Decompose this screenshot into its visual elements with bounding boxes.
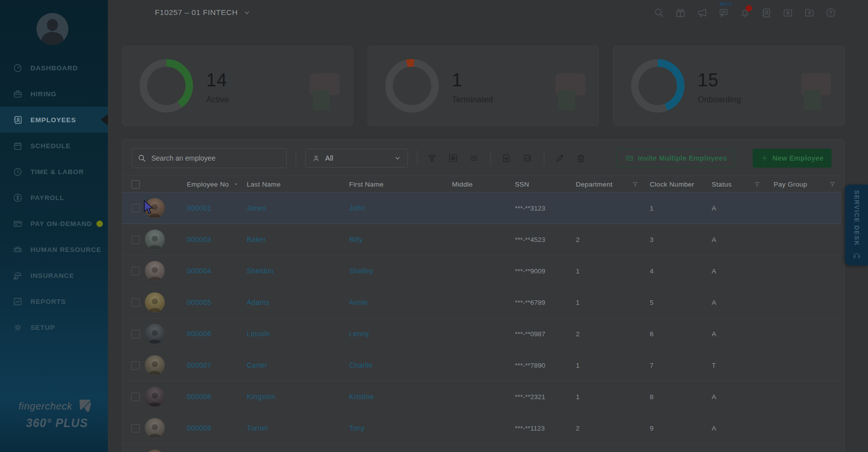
grid-settings-icon[interactable]: [447, 153, 458, 164]
column-header-first-name[interactable]: First Name: [343, 176, 450, 193]
xls-export-icon[interactable]: XLS: [522, 153, 533, 164]
column-header-clock-number[interactable]: Clock Number: [645, 176, 705, 193]
first-name-cell[interactable]: Billy: [343, 224, 450, 255]
megaphone-icon[interactable]: [696, 7, 708, 18]
search-icon[interactable]: [653, 7, 665, 18]
sidebar-item-setup[interactable]: SETUP: [0, 314, 108, 340]
first-name-cell[interactable]: Tony: [343, 413, 450, 444]
column-header-ssn[interactable]: SSN: [505, 176, 570, 193]
employee-no-cell[interactable]: 000005: [180, 287, 240, 318]
employee-avatar[interactable]: [145, 198, 165, 218]
employee-no-cell[interactable]: 000009: [180, 413, 240, 444]
chat-icon[interactable]: BETA: [718, 7, 729, 18]
new-employee-button[interactable]: New Employee: [753, 149, 832, 168]
table-row-000001[interactable]: 000001 Jones John ***-**3123 1 A: [122, 193, 841, 224]
company-selector[interactable]: F10257 – 01 FINTECH: [155, 8, 251, 17]
employee-avatar[interactable]: [145, 418, 165, 438]
sidebar-item-human-resource[interactable]: HUMAN RESOURCE: [0, 236, 108, 262]
help-icon[interactable]: [825, 7, 837, 18]
user-avatar[interactable]: [36, 13, 68, 45]
table-row-000010[interactable]: 000010 Rogers Rebecca ***-**2211 2 10 A: [122, 444, 841, 452]
employee-avatar[interactable]: [145, 229, 165, 249]
first-name-cell[interactable]: Rebecca: [343, 444, 450, 452]
status-filter-dropdown[interactable]: All: [305, 149, 408, 168]
service-desk-tab[interactable]: SERVICE DESK: [845, 185, 868, 265]
employee-no-cell[interactable]: 000004: [180, 255, 240, 287]
first-name-cell[interactable]: Shelley: [343, 255, 450, 287]
column-header-last-name[interactable]: Last Name: [240, 176, 343, 193]
column-header-middle[interactable]: Middle: [450, 176, 505, 193]
sidebar-item-pay-on-demand[interactable]: PAY ON-DEMAND: [0, 211, 108, 236]
funnel-icon[interactable]: [427, 153, 437, 164]
row-checkbox[interactable]: [131, 235, 140, 244]
employee-avatar[interactable]: [145, 450, 165, 452]
employee-no-cell[interactable]: 000010: [180, 444, 240, 452]
row-checkbox[interactable]: [131, 298, 140, 307]
last-name-cell[interactable]: Lincoln: [240, 318, 343, 350]
employee-no-cell[interactable]: 000006: [180, 318, 240, 350]
folder-upload-icon[interactable]: [804, 7, 815, 18]
table-row-000009[interactable]: 000009 Turner Tony ***-**1123 2 9 A: [122, 413, 841, 444]
employee-no-cell[interactable]: 000007: [180, 350, 240, 381]
sort-caret-icon[interactable]: [233, 181, 239, 188]
table-row-000005[interactable]: 000005 Adams Annie ***-**6789 1 5 A: [122, 287, 841, 318]
column-header-status[interactable]: Status: [705, 176, 765, 193]
employee-no-cell[interactable]: 000008: [180, 381, 240, 413]
row-checkbox[interactable]: [131, 424, 140, 433]
column-header-department[interactable]: Department: [570, 176, 645, 193]
last-name-cell[interactable]: Sheldon: [240, 255, 343, 287]
first-name-cell[interactable]: Annie: [343, 287, 450, 318]
row-checkbox[interactable]: [131, 361, 140, 370]
sidebar-item-hiring[interactable]: HIRING: [0, 81, 108, 107]
employee-avatar[interactable]: [145, 324, 165, 344]
row-checkbox[interactable]: [131, 393, 140, 401]
file-upload-icon[interactable]: [501, 153, 512, 164]
select-all-checkbox[interactable]: [131, 180, 140, 189]
last-name-cell[interactable]: Baker: [240, 224, 343, 255]
first-name-cell[interactable]: Lenny: [343, 318, 450, 350]
column-filter-icon[interactable]: [632, 181, 639, 188]
sidebar-item-reports[interactable]: REPORTS: [0, 288, 108, 314]
column-filter-icon[interactable]: [754, 181, 761, 188]
table-row-000004[interactable]: 000004 Sheldon Shelley ***-**9009 1 4 A: [122, 255, 841, 287]
contacts-icon[interactable]: [761, 7, 772, 18]
invite-multiple-employees-button[interactable]: Invite Multiple Employees: [616, 149, 735, 168]
employee-avatar[interactable]: [145, 355, 165, 375]
last-name-cell[interactable]: Adams: [240, 287, 343, 318]
sidebar-item-time-labor[interactable]: TIME & LABOR: [0, 159, 108, 185]
sidebar-item-dashboard[interactable]: DASHBOARD: [0, 55, 108, 81]
last-name-cell[interactable]: Jones: [240, 193, 343, 224]
last-name-cell[interactable]: Carter: [240, 350, 343, 381]
employee-no-cell[interactable]: 000001: [180, 193, 240, 224]
trash-icon[interactable]: [575, 153, 586, 164]
first-name-cell[interactable]: Kristine: [343, 381, 450, 413]
first-name-cell[interactable]: Charlie: [343, 350, 450, 381]
row-checkbox[interactable]: [131, 204, 140, 213]
gift-icon[interactable]: [675, 7, 686, 18]
employee-avatar[interactable]: [145, 261, 165, 281]
last-name-cell[interactable]: Kingston: [240, 381, 343, 413]
last-name-cell[interactable]: Rogers: [240, 444, 343, 452]
row-checkbox[interactable]: [131, 330, 140, 338]
menu-icon[interactable]: [468, 153, 479, 164]
video-icon[interactable]: [782, 7, 794, 18]
first-name-cell[interactable]: John: [343, 193, 450, 224]
last-name-cell[interactable]: Turner: [240, 413, 343, 444]
table-row-000008[interactable]: 000008 Kingston Kristine ***-**2321 1 8 …: [122, 381, 841, 413]
employee-no-cell[interactable]: 000003: [180, 224, 240, 255]
table-row-000003[interactable]: 000003 Baker Billy ***-**4523 2 3 A: [122, 224, 841, 255]
sidebar-item-insurance[interactable]: INSURANCE: [0, 262, 108, 288]
column-header-pay-group[interactable]: Pay Group: [765, 176, 841, 193]
sidebar-item-schedule[interactable]: SCHEDULE: [0, 133, 108, 159]
search-input[interactable]: [150, 154, 281, 163]
table-row-000006[interactable]: 000006 Lincoln Lenny ***-**0987 2 6 A: [122, 318, 841, 350]
column-filter-icon[interactable]: [829, 181, 836, 188]
sidebar-item-payroll[interactable]: PAYROLL: [0, 185, 108, 211]
table-row-000007[interactable]: 000007 Carter Charlie ***-**7890 1 7 T: [122, 350, 841, 381]
bell-icon[interactable]: [739, 7, 751, 18]
row-checkbox[interactable]: [131, 267, 140, 275]
employee-avatar[interactable]: [145, 292, 165, 312]
sidebar-item-employees[interactable]: EMPLOYEES: [0, 107, 108, 133]
column-header-employee-no[interactable]: Employee No: [180, 176, 240, 193]
employee-avatar[interactable]: [145, 387, 165, 407]
